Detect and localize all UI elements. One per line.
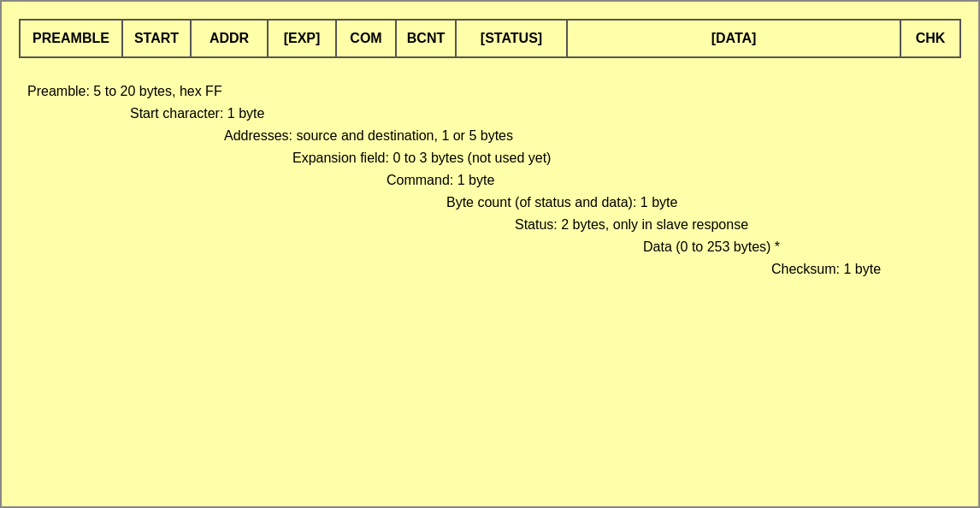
col-status: [STATUS] xyxy=(456,20,567,57)
data-description: Data (0 to 253 bytes) * xyxy=(643,239,961,255)
main-container: PREAMBLE START ADDR [EXP] COM BCNT [STAT… xyxy=(0,0,980,508)
chk-description: Checksum: 1 byte xyxy=(771,262,961,277)
col-addr: ADDR xyxy=(191,20,268,57)
col-chk: CHK xyxy=(900,20,960,57)
exp-description: Expansion field: 0 to 3 bytes (not used … xyxy=(292,151,961,166)
bcnt-description: Byte count (of status and data): 1 byte xyxy=(446,195,961,210)
col-start: START xyxy=(122,20,191,57)
descriptions-section: Preamble: 5 to 20 bytes, hex FF Start ch… xyxy=(19,84,961,277)
addr-description: Addresses: source and destination, 1 or … xyxy=(224,128,961,144)
col-preamble: PREAMBLE xyxy=(20,20,122,57)
col-exp: [EXP] xyxy=(268,20,336,57)
col-com: COM xyxy=(336,20,396,57)
col-data: [DATA] xyxy=(567,20,900,57)
col-bcnt: BCNT xyxy=(396,20,456,57)
preamble-description: Preamble: 5 to 20 bytes, hex FF xyxy=(27,84,961,99)
status-description: Status: 2 bytes, only in slave response xyxy=(515,217,961,233)
start-description: Start character: 1 byte xyxy=(130,106,961,121)
frame-structure-table: PREAMBLE START ADDR [EXP] COM BCNT [STAT… xyxy=(19,19,961,58)
com-description: Command: 1 byte xyxy=(387,173,961,188)
